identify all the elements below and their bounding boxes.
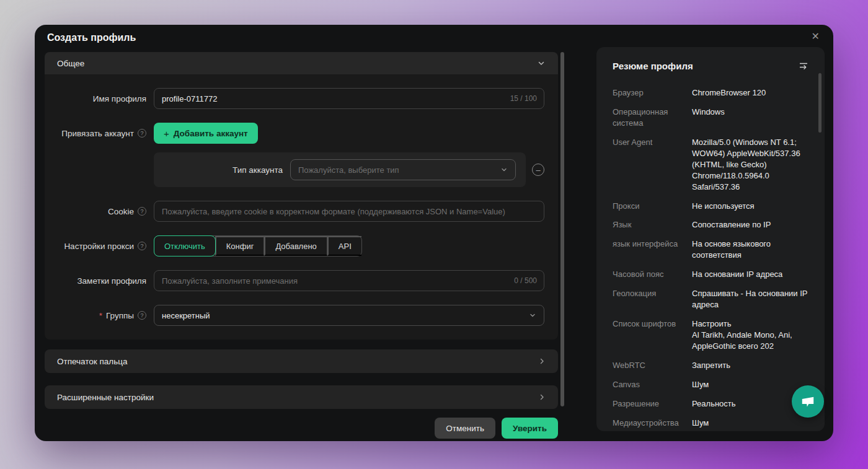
proxy-option-config[interactable]: Конфиг <box>215 236 265 256</box>
summary-row: язык интерфейсаНа основе языкового соотв… <box>613 239 808 261</box>
summary-row: Операционная системаWindows <box>613 107 808 129</box>
profile-summary-panel: Резюме профиля БраузерChromeBrowser 120 … <box>596 47 825 431</box>
chat-button[interactable] <box>792 385 824 418</box>
summary-row: Список шрифтовНастроить Al Tarikh, Andal… <box>613 318 808 352</box>
chevron-right-icon <box>538 357 546 365</box>
cookie-label: Cookie ? <box>45 207 154 216</box>
proxy-option-api[interactable]: API <box>327 236 361 256</box>
summary-title: Резюме профиля <box>613 61 693 71</box>
proxy-option-disable[interactable]: Отключить <box>154 235 216 256</box>
summary-row: Часовой поясНа основании IP адреса <box>613 269 808 280</box>
chevron-down-icon <box>537 59 546 68</box>
account-type-label: Тип аккаунта <box>232 165 283 175</box>
required-mark: * <box>99 311 102 320</box>
chat-bubble-icon <box>800 394 816 409</box>
summary-row: ЯзыкСопоставление по IP <box>613 219 808 230</box>
summary-row: РазрешениеРеальность <box>613 398 808 410</box>
groups-select[interactable]: несекретный <box>154 305 544 326</box>
help-icon[interactable]: ? <box>138 242 146 250</box>
cookie-input[interactable] <box>154 201 544 222</box>
create-profile-modal: Создать профиль ✕ Общее Имя профиля <box>35 25 833 441</box>
cookie-row: Cookie ? <box>45 201 544 222</box>
groups-label: * Группы ? <box>45 311 154 320</box>
account-entry-panel: Тип аккаунта Пожалуйста, выберите тип <box>154 152 526 187</box>
cancel-button[interactable]: Отменить <box>435 418 495 439</box>
section-advanced-header[interactable]: Расширенные настройки <box>45 385 558 409</box>
summary-row: User AgentMozilla/5.0 (Windows NT 6.1; W… <box>613 137 808 193</box>
desktop-background: Создать профиль ✕ Общее Имя профиля <box>0 0 868 469</box>
section-general: Общее Имя профиля 15 / 100 <box>45 52 558 340</box>
summary-scrollbar[interactable] <box>818 73 822 133</box>
add-account-button[interactable]: + Добавить аккаунт <box>154 123 258 144</box>
profile-name-label: Имя профиля <box>45 94 154 103</box>
link-account-row: Привязать аккаунт ? + Добавить аккаунт <box>45 123 544 144</box>
chevron-right-icon <box>538 393 546 401</box>
proxy-mode-segmented-control: Отключить Конфиг Добавлено API <box>154 235 362 256</box>
section-fingerprint-header[interactable]: Отпечаток пальца <box>45 349 558 373</box>
account-type-row: Тип аккаунта Пожалуйста, выберите тип – <box>45 152 544 187</box>
page-title: Создать профиль <box>47 32 136 43</box>
section-fingerprint-title: Отпечаток пальца <box>57 357 127 366</box>
proxy-settings-label: Настройки прокси ? <box>45 242 154 251</box>
profile-name-input[interactable] <box>154 88 544 109</box>
chevron-down-icon <box>500 166 508 173</box>
profile-name-row: Имя профиля 15 / 100 <box>45 88 544 109</box>
proxy-option-added[interactable]: Добавлено <box>264 236 327 256</box>
notes-input[interactable] <box>154 270 544 291</box>
summary-row: ГеолокацияСпрашивать - На основании IP а… <box>613 288 808 310</box>
confirm-button[interactable]: Уверить <box>502 418 558 439</box>
link-account-label: Привязать аккаунт ? <box>45 129 154 138</box>
plus-icon: + <box>164 128 169 139</box>
summary-row: WebRTCЗапретить <box>613 360 808 371</box>
minus-circle-icon[interactable]: – <box>532 164 544 176</box>
notes-counter: 0 / 500 <box>514 276 537 285</box>
help-icon[interactable]: ? <box>138 207 146 216</box>
summary-row: БраузерChromeBrowser 120 <box>613 87 808 99</box>
help-icon[interactable]: ? <box>138 311 146 320</box>
section-general-title: Общее <box>57 59 84 68</box>
proxy-settings-row: Настройки прокси ? Отключить Конфиг Доба… <box>45 235 544 256</box>
notes-label: Заметки профиля <box>45 276 154 286</box>
summary-row: МедиаустройстваШум <box>613 418 808 429</box>
form-scrollbar[interactable] <box>560 52 564 406</box>
modal-footer: Отменить Уверить <box>45 418 558 439</box>
profile-name-counter: 15 / 100 <box>510 94 537 103</box>
section-general-header[interactable]: Общее <box>45 52 558 74</box>
groups-row: * Группы ? несекретный <box>45 305 544 326</box>
account-type-select[interactable]: Пожалуйста, выберите тип <box>290 159 516 180</box>
close-icon[interactable]: ✕ <box>812 30 820 42</box>
help-icon[interactable]: ? <box>138 129 146 138</box>
chevron-down-icon <box>529 312 536 319</box>
notes-row: Заметки профиля 0 / 500 <box>45 270 544 291</box>
section-advanced-title: Расширенные настройки <box>57 393 154 402</box>
summary-row: ПроксиНе используется <box>613 201 808 212</box>
collapse-panel-icon[interactable] <box>799 61 808 71</box>
summary-row: CanvasШум <box>613 379 808 390</box>
section-general-body: Имя профиля 15 / 100 Привязать аккаунт <box>45 74 558 340</box>
profile-form: Общее Имя профиля 15 / 100 <box>45 52 558 409</box>
